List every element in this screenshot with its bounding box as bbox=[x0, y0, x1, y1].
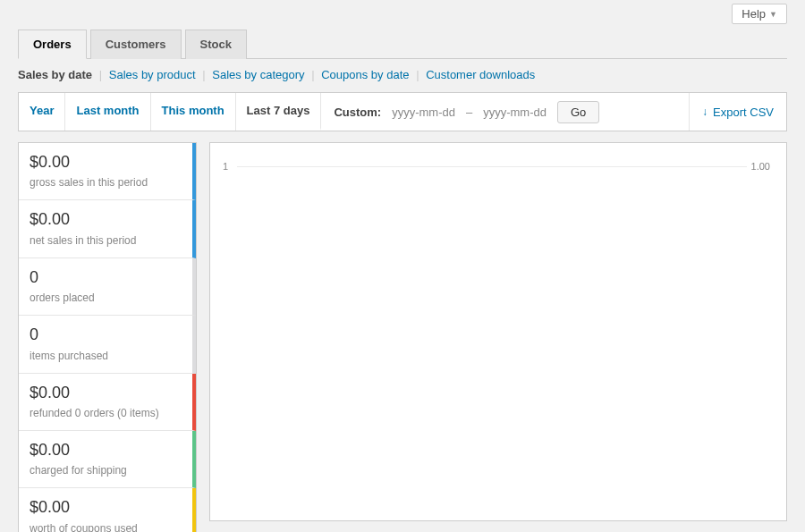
stat-refunded[interactable]: $0.00 refunded 0 orders (0 items) bbox=[19, 374, 196, 431]
range-last-month[interactable]: Last month bbox=[65, 93, 150, 131]
stat-label: gross sales in this period bbox=[30, 176, 182, 189]
subnav-customer-downloads[interactable]: Customer downloads bbox=[426, 68, 535, 81]
stat-net-sales[interactable]: $0.00 net sales in this period bbox=[19, 200, 196, 258]
range-this-month[interactable]: This month bbox=[151, 93, 236, 131]
stat-label: items purchased bbox=[30, 350, 182, 362]
range-last-7-days[interactable]: Last 7 days bbox=[236, 93, 322, 131]
tab-customers[interactable]: Customers bbox=[90, 30, 182, 59]
tab-stock[interactable]: Stock bbox=[185, 30, 247, 59]
stat-items-purchased[interactable]: 0 items purchased bbox=[19, 316, 196, 373]
sales-chart: 1 1.00 bbox=[209, 142, 787, 521]
help-button[interactable]: Help ▼ bbox=[732, 4, 787, 24]
chevron-down-icon: ▼ bbox=[769, 10, 777, 19]
stat-value: $0.00 bbox=[30, 152, 182, 173]
subnav-coupons-by-date[interactable]: Coupons by date bbox=[321, 68, 409, 81]
sub-navigation: Sales by date | Sales by product | Sales… bbox=[18, 59, 787, 92]
stat-shipping[interactable]: $0.00 charged for shipping bbox=[19, 431, 196, 488]
custom-range: Custom: yyyy-mm-dd – yyyy-mm-dd Go bbox=[321, 93, 690, 131]
stat-coupons[interactable]: $0.00 worth of coupons used bbox=[19, 488, 196, 532]
go-button[interactable]: Go bbox=[557, 101, 599, 123]
custom-label: Custom: bbox=[334, 106, 381, 119]
stat-value: 0 bbox=[30, 325, 182, 345]
stat-orders-placed[interactable]: 0 orders placed bbox=[19, 258, 196, 316]
stat-value: $0.00 bbox=[30, 383, 182, 403]
range-dash: – bbox=[466, 106, 472, 119]
help-label: Help bbox=[741, 7, 766, 21]
tab-orders[interactable]: Orders bbox=[18, 30, 87, 59]
custom-to-input[interactable]: yyyy-mm-dd bbox=[483, 106, 547, 119]
stat-value: $0.00 bbox=[30, 497, 182, 518]
chart-axis-right: 1.00 bbox=[751, 161, 770, 172]
separator: | bbox=[308, 68, 318, 81]
chart-axis-left: 1 bbox=[223, 161, 228, 172]
stat-label: worth of coupons used bbox=[30, 522, 182, 532]
download-icon: ↓ bbox=[702, 106, 708, 118]
separator: | bbox=[199, 68, 208, 81]
subnav-sales-by-date[interactable]: Sales by date bbox=[18, 68, 92, 81]
range-year[interactable]: Year bbox=[19, 93, 65, 131]
stat-value: 0 bbox=[30, 267, 182, 288]
custom-from-input[interactable]: yyyy-mm-dd bbox=[392, 106, 455, 119]
separator: | bbox=[412, 68, 422, 81]
stats-sidebar: $0.00 gross sales in this period $0.00 n… bbox=[18, 142, 197, 532]
export-csv[interactable]: ↓ Export CSV bbox=[690, 93, 786, 131]
main-tabs: Orders Customers Stock bbox=[18, 30, 787, 59]
separator: | bbox=[96, 68, 106, 81]
export-label: Export CSV bbox=[713, 106, 774, 119]
chart-gridline bbox=[237, 166, 747, 167]
stat-label: refunded 0 orders (0 items) bbox=[30, 407, 182, 419]
stat-label: net sales in this period bbox=[30, 234, 182, 247]
stat-label: charged for shipping bbox=[30, 464, 182, 477]
stat-value: $0.00 bbox=[30, 209, 182, 230]
stat-gross-sales[interactable]: $0.00 gross sales in this period bbox=[19, 143, 196, 200]
stat-label: orders placed bbox=[30, 291, 182, 304]
subnav-sales-by-product[interactable]: Sales by product bbox=[109, 68, 196, 81]
stat-value: $0.00 bbox=[30, 440, 182, 460]
date-range-filters: Year Last month This month Last 7 days C… bbox=[18, 92, 787, 131]
subnav-sales-by-category[interactable]: Sales by category bbox=[212, 68, 304, 81]
